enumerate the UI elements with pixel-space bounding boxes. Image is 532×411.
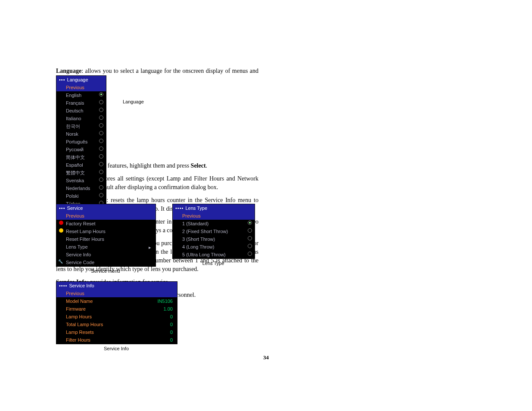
service-info-value: IN5106 bbox=[158, 298, 173, 304]
radio-icon bbox=[99, 92, 103, 97]
language-menu: Language Previous EnglishFrançaisDeutsch… bbox=[56, 75, 106, 224]
service-item-service-code[interactable]: Service Code bbox=[56, 258, 156, 266]
lens-item[interactable]: 3 (Short Throw) bbox=[173, 235, 255, 243]
language-item[interactable]: Español bbox=[56, 161, 106, 169]
chevron-right-icon: ▸ bbox=[149, 244, 151, 250]
language-item[interactable]: Italiano bbox=[56, 115, 106, 122]
radio-icon bbox=[99, 154, 103, 159]
service-info-menu-title: Service Info bbox=[56, 282, 177, 290]
service-item-reset-lamp[interactable]: Reset Lamp Hours bbox=[56, 227, 156, 235]
service-info-value: 0 bbox=[170, 329, 173, 335]
radio-icon bbox=[248, 252, 252, 256]
service-info-row: Total Lamp Hours0 bbox=[56, 321, 177, 328]
reset-icon bbox=[59, 221, 63, 225]
radio-icon bbox=[99, 146, 103, 151]
radio-icon bbox=[248, 221, 252, 225]
page-number: 34 bbox=[56, 350, 476, 361]
service-info-value: 0 bbox=[170, 321, 173, 327]
language-item[interactable]: Svenska bbox=[56, 177, 106, 184]
language-item[interactable]: 繁體中文 bbox=[56, 169, 106, 177]
service-menu-title: Service bbox=[56, 204, 156, 212]
radio-icon bbox=[99, 162, 103, 166]
language-item[interactable]: 한국어 bbox=[56, 122, 106, 130]
language-menu-previous[interactable]: Previous bbox=[56, 84, 106, 91]
service-menu-caption: Service menu bbox=[56, 268, 155, 274]
bulb-icon bbox=[59, 228, 63, 233]
service-menu: Service Previous Factory Reset Reset Lam… bbox=[56, 204, 156, 267]
service-item-factory-reset[interactable]: Factory Reset bbox=[56, 220, 156, 227]
radio-icon bbox=[99, 185, 103, 190]
service-info-value: 0 bbox=[170, 314, 173, 320]
language-item[interactable]: Deutsch bbox=[56, 107, 106, 115]
language-menu-title: Language bbox=[56, 76, 106, 84]
service-info-row: Model NameIN5106 bbox=[56, 297, 177, 305]
radio-icon bbox=[248, 236, 252, 240]
radio-icon bbox=[248, 228, 252, 233]
lens-type-menu-previous[interactable]: Previous bbox=[173, 212, 255, 220]
service-info-row: Lamp Hours0 bbox=[56, 313, 177, 321]
radio-icon bbox=[99, 123, 103, 128]
radio-icon bbox=[99, 108, 103, 112]
service-item-reset-filter[interactable]: Reset Filter Hours bbox=[56, 235, 156, 243]
language-item[interactable]: 简体中文 bbox=[56, 153, 106, 161]
service-info-menu-previous[interactable]: Previous bbox=[56, 290, 177, 297]
lens-type-menu: Lens Type Previous 1 (Standard)2 (Fixed … bbox=[172, 204, 255, 259]
language-item[interactable]: Nederlands bbox=[56, 184, 106, 192]
radio-icon bbox=[99, 177, 103, 182]
service-item-lens-type[interactable]: Lens Type▸ bbox=[56, 243, 156, 251]
service-info-row: Filter Hours0 bbox=[56, 336, 177, 344]
radio-icon bbox=[248, 244, 252, 248]
radio-icon bbox=[99, 115, 103, 120]
language-item[interactable]: Français bbox=[56, 99, 106, 107]
lens-type-caption: Lens Type bbox=[172, 261, 254, 266]
language-item[interactable]: English bbox=[56, 91, 106, 99]
service-info-menu: Service Info Previous Model NameIN5106Fi… bbox=[56, 281, 177, 344]
language-caption: Language bbox=[123, 99, 144, 104]
radio-icon bbox=[99, 139, 103, 143]
language-item[interactable]: Português bbox=[56, 138, 106, 146]
service-info-row: Firmware1.00 bbox=[56, 305, 177, 313]
lens-item[interactable]: 2 (Fixed Short Throw) bbox=[173, 227, 255, 235]
lens-item[interactable]: 5 (Ultra Long Throw) bbox=[173, 251, 255, 258]
service-menu-previous[interactable]: Previous bbox=[56, 212, 156, 220]
service-info-value: 1.00 bbox=[164, 306, 173, 312]
language-item[interactable]: Norsk bbox=[56, 130, 106, 138]
service-info-row: Lamp Resets0 bbox=[56, 328, 177, 336]
radio-icon bbox=[99, 193, 103, 197]
radio-icon bbox=[99, 170, 103, 174]
language-item[interactable]: Polski bbox=[56, 192, 106, 200]
language-item[interactable]: Русский bbox=[56, 146, 106, 153]
service-info-value: 0 bbox=[170, 337, 173, 343]
radio-icon bbox=[99, 131, 103, 135]
wrench-icon bbox=[59, 259, 63, 264]
lens-item[interactable]: 1 (Standard) bbox=[173, 220, 255, 227]
radio-icon bbox=[99, 100, 103, 104]
lens-type-menu-title: Lens Type bbox=[173, 204, 255, 212]
service-item-service-info[interactable]: Service Info bbox=[56, 251, 156, 258]
lens-item[interactable]: 4 (Long Throw) bbox=[173, 243, 255, 251]
